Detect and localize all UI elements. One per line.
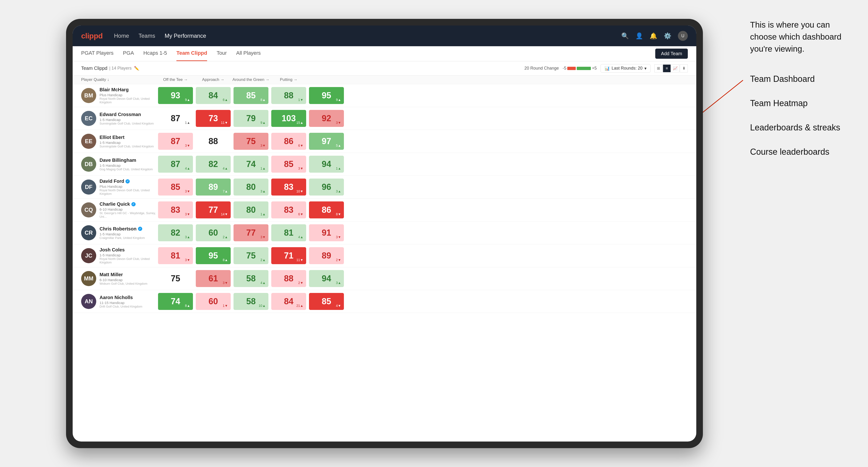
player-details: Dave Billingham 1-5 Handicap Gog Magog G… [99, 158, 153, 171]
score-cell: 58 4▲ [232, 269, 270, 288]
score-cell: 81 4▲ [270, 223, 308, 243]
edit-icon[interactable]: ✏️ [134, 66, 139, 71]
view-list-icon[interactable]: ≡ [663, 64, 671, 72]
score-box: 86 6▼ [271, 133, 306, 150]
player-handicap: Plus Handicap [99, 184, 157, 188]
score-box: 73 11▼ [196, 110, 231, 127]
player-details: Charlie Quick ✓ 6-10 Handicap St. George… [99, 201, 157, 218]
score-box: 82 4▲ [196, 156, 231, 173]
score-change: 3▼ [260, 235, 266, 239]
score-change: 9▲ [336, 98, 341, 102]
score-cell: 88 2▼ [270, 269, 308, 288]
table-row[interactable]: BM Blair McHarg Plus Handicap Royal Nort… [73, 84, 696, 107]
score-change: 4▲ [185, 166, 190, 170]
dashboard-option-1[interactable]: Team Heatmap [750, 98, 859, 109]
view-grid-icon[interactable]: ⊞ [654, 64, 662, 72]
nav-link-myperformance[interactable]: My Performance [165, 33, 206, 39]
score-box: 83 10▼ [271, 179, 306, 195]
player-club: St. George's Hill GC - Weybridge, Surrey… [99, 211, 157, 218]
table-row[interactable]: MM Matt Miller 6-10 Handicap Woburn Golf… [73, 267, 696, 290]
score-value: 58 [246, 297, 256, 306]
table-row[interactable]: CR Chris Robertson ✓ 1-5 Handicap Craigm… [73, 221, 696, 244]
score-value: 73 [209, 114, 218, 123]
score-cell: 96 3▲ [308, 177, 345, 197]
table-row[interactable]: DF David Ford ✓ Plus Handicap Royal Nort… [73, 176, 696, 198]
table-row[interactable]: EC Edward Crossman 1-5 Handicap Sunningd… [73, 107, 696, 130]
nav-link-teams[interactable]: Teams [138, 33, 155, 39]
score-change: 8▲ [260, 98, 266, 102]
score-box: 77 14▼ [196, 201, 231, 218]
nav-logo: clippd [81, 32, 102, 40]
score-value: 81 [284, 228, 293, 238]
player-name: Dave Billingham [99, 158, 153, 163]
avatar-initials: BM [81, 88, 96, 103]
positive-bar [577, 67, 591, 70]
score-box: 58 10▲ [234, 293, 269, 310]
verified-icon: ✓ [131, 202, 135, 206]
score-cell: 61 3▼ [194, 269, 232, 288]
score-value: 88 [284, 274, 293, 283]
score-value: 85 [171, 182, 180, 192]
user-icon[interactable]: 👤 [636, 32, 643, 40]
player-rows: BM Blair McHarg Plus Handicap Royal Nort… [73, 84, 696, 313]
tab-pga[interactable]: PGA [123, 46, 134, 61]
tab-all-players[interactable]: All Players [236, 46, 261, 61]
add-team-button[interactable]: Add Team [655, 49, 688, 59]
dashboard-option-0[interactable]: Team Dashboard [750, 73, 859, 85]
score-cell: 89 2▼ [308, 246, 345, 266]
score-change: 5▲ [336, 144, 341, 148]
player-info: MM Matt Miller 6-10 Handicap Woburn Golf… [81, 271, 157, 286]
score-box: 103 15▲ [271, 110, 306, 127]
score-box: 80 3▲ [234, 179, 269, 195]
score-cell: 83 3▼ [157, 200, 194, 220]
player-name: Matt Miller [99, 272, 148, 277]
score-box: 94 1▲ [309, 156, 344, 173]
score-value: 89 [322, 251, 331, 261]
score-value: 87 [171, 136, 180, 146]
tab-team-clippd[interactable]: Team Clippd [177, 46, 207, 61]
view-download-icon[interactable]: ⬇ [680, 64, 688, 72]
player-avatar: CR [81, 225, 96, 240]
score-change: 3▼ [298, 166, 303, 170]
tab-tour[interactable]: Tour [217, 46, 227, 61]
score-change: 6▲ [223, 98, 228, 102]
dashboard-option-2[interactable]: Leaderboards & streaks [750, 122, 859, 133]
score-value: 82 [209, 159, 218, 169]
tab-pgat-players[interactable]: PGAT Players [81, 46, 114, 61]
score-cell: 83 6▼ [270, 200, 308, 220]
search-icon[interactable]: 🔍 [621, 32, 629, 40]
player-handicap: 6-10 Handicap [99, 207, 157, 211]
avatar[interactable]: U [678, 31, 688, 41]
score-value: 75 [171, 274, 180, 283]
score-change: 4▲ [260, 281, 266, 285]
score-value: 86 [284, 136, 293, 146]
table-row[interactable]: JC Josh Coles 1-5 Handicap Royal North D… [73, 244, 696, 267]
table-row[interactable]: EE Elliot Ebert 1-5 Handicap Sunningdale… [73, 130, 696, 153]
player-info: EC Edward Crossman 1-5 Handicap Sunningd… [81, 111, 157, 126]
score-change: 11▼ [221, 121, 228, 125]
bell-icon[interactable]: 🔔 [650, 32, 657, 40]
score-box: 60 1▼ [196, 293, 231, 310]
player-club: Royal North Devon Golf Club, United King… [99, 188, 157, 195]
score-value: 85 [246, 91, 256, 100]
table-row[interactable]: DB Dave Billingham 1-5 Handicap Gog Mago… [73, 153, 696, 176]
settings-icon[interactable]: ⚙️ [664, 32, 671, 40]
score-change: 8▼ [336, 212, 341, 216]
score-box: 75 [158, 270, 193, 287]
tab-hcaps[interactable]: Hcaps 1-5 [144, 46, 167, 61]
view-chart-icon[interactable]: 📈 [671, 64, 679, 72]
score-box: 80 1▲ [234, 201, 269, 218]
last-rounds-selector[interactable]: 📊 Last Rounds: 20 ▾ [600, 64, 651, 73]
score-cell: 77 14▼ [194, 200, 232, 220]
table-row[interactable]: AN Aaron Nicholls 11-15 Handicap Drift G… [73, 290, 696, 313]
score-change: 1▼ [223, 304, 228, 308]
score-value: 74 [171, 297, 180, 306]
player-details: Matt Miller 6-10 Handicap Woburn Golf Cl… [99, 272, 148, 285]
nav-link-home[interactable]: Home [114, 33, 129, 39]
player-info: CR Chris Robertson ✓ 1-5 Handicap Craigm… [81, 225, 157, 240]
table-row[interactable]: CQ Charlie Quick ✓ 6-10 Handicap St. Geo… [73, 198, 696, 221]
score-cell: 80 3▲ [232, 177, 270, 197]
dashboard-option-3[interactable]: Course leaderboards [750, 147, 859, 158]
score-value: 83 [284, 182, 293, 192]
score-box: 93 9▲ [158, 87, 193, 104]
